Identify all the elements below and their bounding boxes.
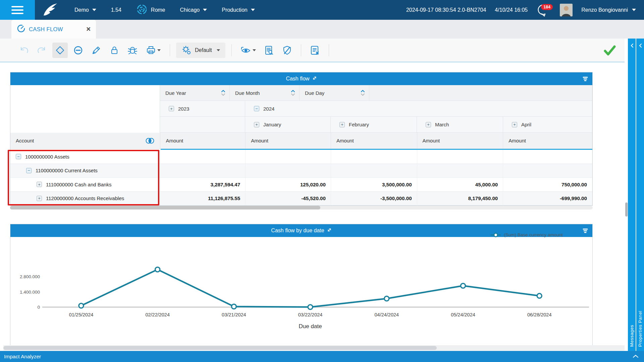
expand-toggle[interactable]: +: [426, 122, 431, 127]
content-vertical-scrollbar[interactable]: [625, 202, 628, 217]
amount-cell: 750,000.00: [503, 178, 592, 192]
impact-analyzer-bar[interactable]: Impact Analyzer: [0, 351, 644, 362]
properties-panel-label: Properties Panel: [638, 311, 643, 347]
preview-button[interactable]: [261, 43, 277, 58]
x-tick-label: 02/22/2024: [145, 312, 170, 317]
chevron-left-icon: [639, 43, 642, 48]
account-cell[interactable]: −1000000000 Assets: [10, 150, 160, 164]
lock-button[interactable]: [107, 43, 122, 58]
notification-badge: 184: [541, 4, 553, 10]
column-header-due-month[interactable]: Due Month: [230, 85, 300, 101]
avatar[interactable]: [560, 4, 573, 16]
expand-toggle[interactable]: +: [512, 122, 517, 127]
column-header-due-year[interactable]: Due Year: [160, 85, 230, 101]
amount-cell: 45,000.00: [417, 178, 503, 192]
series-line: [81, 269, 539, 307]
table-row: +1110000000 Cash and Banks3,287,594.4712…: [10, 178, 592, 192]
chevron-up-icon[interactable]: [633, 354, 639, 360]
amount-cell: [417, 150, 503, 164]
gauge-icon: [17, 24, 25, 34]
chevron-left-icon: [630, 43, 634, 48]
filter-icon[interactable]: [582, 228, 588, 235]
toolbar: Default: [0, 39, 625, 62]
account-cell[interactable]: −1100000000 Current Assets: [10, 164, 161, 178]
view-button[interactable]: [238, 43, 259, 58]
doc-search-icon: [264, 45, 274, 55]
mode-selector[interactable]: Production: [222, 7, 255, 13]
month-group-april[interactable]: +April: [503, 117, 592, 133]
column-header-due-day[interactable]: Due Day: [300, 85, 369, 101]
amount-cell: 3,500,000.00: [331, 178, 417, 192]
view-selector[interactable]: Default: [176, 43, 225, 58]
chevron-down-icon: [217, 49, 220, 51]
content-horizontal-scrollbar[interactable]: [3, 345, 625, 351]
account-cell[interactable]: +1110000000 Cash and Banks: [10, 178, 161, 192]
expand-toggle[interactable]: +: [37, 182, 42, 187]
x-tick-label: 05/24/2024: [451, 312, 475, 317]
print-button[interactable]: [143, 43, 164, 58]
x-tick-label: 01/25/2024: [69, 312, 94, 317]
debug-button[interactable]: [125, 43, 140, 58]
collapse-toggle[interactable]: −: [16, 154, 21, 159]
clock: 4/10/24 16:05: [495, 7, 528, 13]
chevron-down-icon: [251, 9, 255, 11]
expand-icon[interactable]: [312, 76, 317, 82]
filter-icon[interactable]: [582, 76, 588, 83]
redo-button[interactable]: [34, 43, 50, 58]
close-icon[interactable]: ×: [86, 25, 91, 33]
year-group-2024[interactable]: −2024: [245, 101, 592, 117]
amount-header-2: Amount: [331, 133, 417, 149]
design-button[interactable]: [89, 43, 104, 58]
data-point: [231, 304, 236, 309]
separator: [231, 44, 232, 56]
compare-icon[interactable]: [145, 137, 155, 144]
pivot-corner: [10, 85, 160, 133]
tab-cash-flow[interactable]: CASH FLOW ×: [11, 20, 96, 39]
expand-toggle[interactable]: +: [339, 122, 345, 127]
month-group-february[interactable]: +February: [331, 117, 417, 133]
messages-panel-tab[interactable]: Messages: [628, 39, 636, 351]
year-group-2023[interactable]: +2023: [160, 101, 245, 117]
remove-button[interactable]: [70, 43, 86, 58]
expand-toggle[interactable]: +: [254, 122, 259, 127]
scrollbar-thumb[interactable]: [10, 206, 320, 209]
table-row: −1000000000 Assets: [10, 150, 592, 164]
site-selector[interactable]: Chicago: [180, 7, 207, 13]
month-group-march[interactable]: +March: [417, 117, 503, 133]
expand-toggle[interactable]: +: [37, 196, 42, 201]
month-group-january[interactable]: +January: [245, 117, 331, 133]
month-group-empty: [160, 117, 245, 133]
user-menu[interactable]: Renzo Bongiovanni: [581, 7, 636, 13]
env-selector[interactable]: Demo: [74, 7, 96, 13]
properties-panel-tab[interactable]: Properties Panel: [636, 39, 644, 351]
chevron-down-icon: [253, 49, 256, 51]
expand-toggle[interactable]: +: [169, 106, 174, 111]
eraser-button[interactable]: [52, 43, 68, 58]
table-horizontal-scrollbar[interactable]: [10, 206, 593, 209]
legend-marker-icon: [490, 233, 501, 237]
collapse-toggle[interactable]: −: [26, 168, 32, 173]
sort-icon: [291, 89, 295, 97]
amount-cell: [331, 150, 417, 164]
chart-legend[interactable]: (Sum) Base currency amount: [490, 232, 563, 237]
notifications-button[interactable]: 184: [536, 3, 551, 17]
account-cell[interactable]: +1120000000 Accounts Receivables: [10, 192, 161, 206]
amount-cell: -699,990.00: [503, 192, 592, 206]
amount-cell: 11,126,875.55: [161, 192, 246, 206]
expand-icon[interactable]: [327, 228, 332, 234]
amount-cell: 125,020.00: [246, 178, 331, 192]
scrollbar-thumb[interactable]: [3, 346, 437, 350]
chevron-down-icon: [157, 49, 161, 51]
data-point: [79, 303, 84, 308]
confirm-button[interactable]: [604, 45, 616, 58]
undo-button[interactable]: [16, 43, 32, 58]
collapse-toggle[interactable]: −: [254, 106, 259, 111]
amount-cell: [503, 150, 592, 164]
table-panel-titlebar[interactable]: Cash flow: [10, 72, 592, 85]
clear-form-button[interactable]: [307, 43, 323, 58]
location-item[interactable]: Rome: [136, 4, 165, 16]
hamburger-icon[interactable]: [0, 0, 35, 20]
amount-cell: -3,500,000.00: [331, 192, 417, 206]
permissions-button[interactable]: [279, 43, 295, 58]
amount-cell: 3,287,594.47: [161, 178, 246, 192]
